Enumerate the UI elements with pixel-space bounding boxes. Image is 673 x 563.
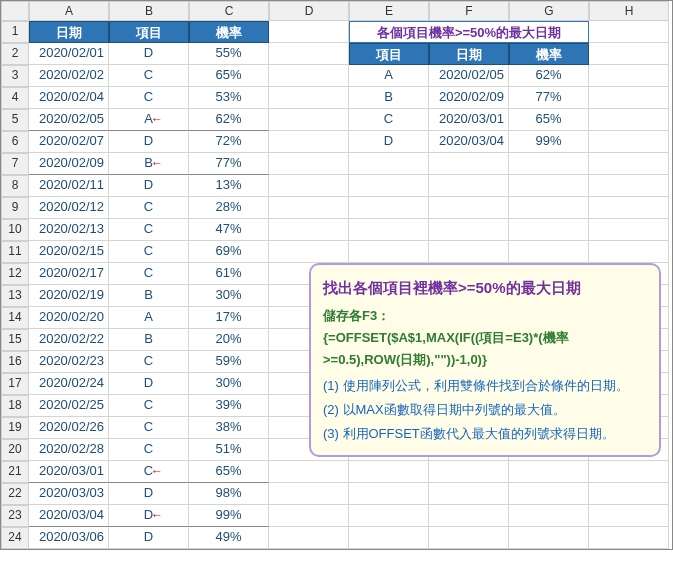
row-header-17[interactable]: 17 [1,373,29,395]
main-rate[interactable]: 17% [189,307,269,329]
main-item[interactable]: C [109,241,189,263]
main-item[interactable]: D← [109,505,189,527]
empty-cell[interactable] [349,241,429,263]
main-rate[interactable]: 61% [189,263,269,285]
main-rate[interactable]: 72% [189,131,269,153]
empty-cell[interactable] [429,197,509,219]
empty-cell[interactable] [589,197,669,219]
main-date[interactable]: 2020/02/07 [29,131,109,153]
empty-cell[interactable] [269,461,349,483]
main-date[interactable]: 2020/02/15 [29,241,109,263]
main-rate[interactable]: 53% [189,87,269,109]
main-date[interactable]: 2020/02/05 [29,109,109,131]
side-date[interactable]: 2020/02/05 [429,65,509,87]
empty-cell[interactable] [589,109,669,131]
empty-cell[interactable] [589,131,669,153]
main-date[interactable]: 2020/02/19 [29,285,109,307]
main-date[interactable]: 2020/02/13 [29,219,109,241]
side-rate[interactable]: 65% [509,109,589,131]
main-item[interactable]: C← [109,461,189,483]
empty-cell[interactable] [509,527,589,549]
column-header-D[interactable]: D [269,1,349,21]
main-date[interactable]: 2020/02/12 [29,197,109,219]
empty-cell[interactable] [509,461,589,483]
column-header-B[interactable]: B [109,1,189,21]
empty-cell[interactable] [349,153,429,175]
empty-cell[interactable] [349,175,429,197]
row-header-15[interactable]: 15 [1,329,29,351]
main-rate[interactable]: 30% [189,285,269,307]
main-date[interactable]: 2020/02/02 [29,65,109,87]
main-item[interactable]: D [109,175,189,197]
empty-cell[interactable] [589,461,669,483]
side-item[interactable]: B [349,87,429,109]
empty-cell[interactable] [589,21,669,43]
empty-cell[interactable] [269,21,349,43]
empty-cell[interactable] [269,505,349,527]
empty-cell[interactable] [429,175,509,197]
main-rate[interactable]: 30% [189,373,269,395]
empty-cell[interactable] [269,87,349,109]
main-rate[interactable]: 69% [189,241,269,263]
empty-cell[interactable] [429,505,509,527]
main-rate[interactable]: 39% [189,395,269,417]
row-header-2[interactable]: 2 [1,43,29,65]
main-item[interactable]: C [109,263,189,285]
empty-cell[interactable] [269,65,349,87]
empty-cell[interactable] [349,527,429,549]
main-item[interactable]: B← [109,153,189,175]
row-header-23[interactable]: 23 [1,505,29,527]
main-item[interactable]: A← [109,109,189,131]
side-item[interactable]: C [349,109,429,131]
column-header-C[interactable]: C [189,1,269,21]
side-date[interactable]: 2020/03/01 [429,109,509,131]
empty-cell[interactable] [269,43,349,65]
row-header-20[interactable]: 20 [1,439,29,461]
empty-cell[interactable] [269,241,349,263]
side-item[interactable]: A [349,65,429,87]
row-header-16[interactable]: 16 [1,351,29,373]
main-item[interactable]: A [109,307,189,329]
column-header-A[interactable]: A [29,1,109,21]
empty-cell[interactable] [269,483,349,505]
empty-cell[interactable] [349,505,429,527]
empty-cell[interactable] [589,87,669,109]
main-rate[interactable]: 13% [189,175,269,197]
main-item[interactable]: D [109,483,189,505]
empty-cell[interactable] [509,505,589,527]
row-header-14[interactable]: 14 [1,307,29,329]
main-date[interactable]: 2020/02/09 [29,153,109,175]
main-date[interactable]: 2020/02/22 [29,329,109,351]
empty-cell[interactable] [589,219,669,241]
empty-cell[interactable] [429,461,509,483]
main-item[interactable]: C [109,439,189,461]
main-item[interactable]: D [109,527,189,549]
main-item[interactable]: D [109,43,189,65]
empty-cell[interactable] [269,527,349,549]
empty-cell[interactable] [589,483,669,505]
row-header-10[interactable]: 10 [1,219,29,241]
main-rate[interactable]: 62% [189,109,269,131]
main-item[interactable]: D [109,131,189,153]
row-header-21[interactable]: 21 [1,461,29,483]
main-rate[interactable]: 28% [189,197,269,219]
row-header-13[interactable]: 13 [1,285,29,307]
empty-cell[interactable] [509,175,589,197]
row-header-24[interactable]: 24 [1,527,29,549]
empty-cell[interactable] [349,483,429,505]
empty-cell[interactable] [429,483,509,505]
main-rate[interactable]: 77% [189,153,269,175]
side-date[interactable]: 2020/02/09 [429,87,509,109]
row-header-7[interactable]: 7 [1,153,29,175]
main-rate[interactable]: 51% [189,439,269,461]
empty-cell[interactable] [509,153,589,175]
main-rate[interactable]: 59% [189,351,269,373]
main-rate[interactable]: 49% [189,527,269,549]
main-date[interactable]: 2020/02/01 [29,43,109,65]
row-header-4[interactable]: 4 [1,87,29,109]
main-date[interactable]: 2020/02/28 [29,439,109,461]
empty-cell[interactable] [589,43,669,65]
main-date[interactable]: 2020/02/24 [29,373,109,395]
main-date[interactable]: 2020/03/01 [29,461,109,483]
main-item[interactable]: C [109,87,189,109]
